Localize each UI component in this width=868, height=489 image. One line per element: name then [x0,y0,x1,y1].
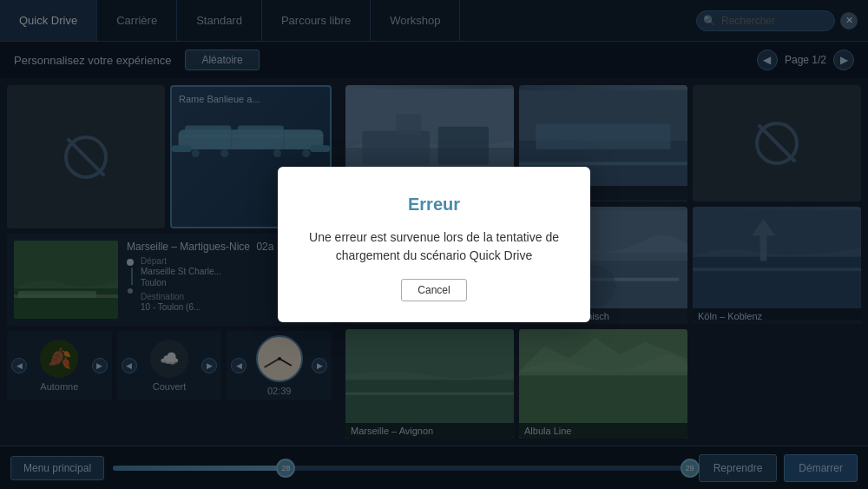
modal-cancel-button[interactable]: Cancel [401,279,466,301]
error-modal: Erreur Une erreur est survenue lors de l… [278,167,590,322]
modal-message: Une erreur est survenue lors de la tenta… [306,228,562,265]
modal-title: Erreur [408,195,460,215]
modal-overlay: Erreur Une erreur est survenue lors de l… [0,0,868,489]
